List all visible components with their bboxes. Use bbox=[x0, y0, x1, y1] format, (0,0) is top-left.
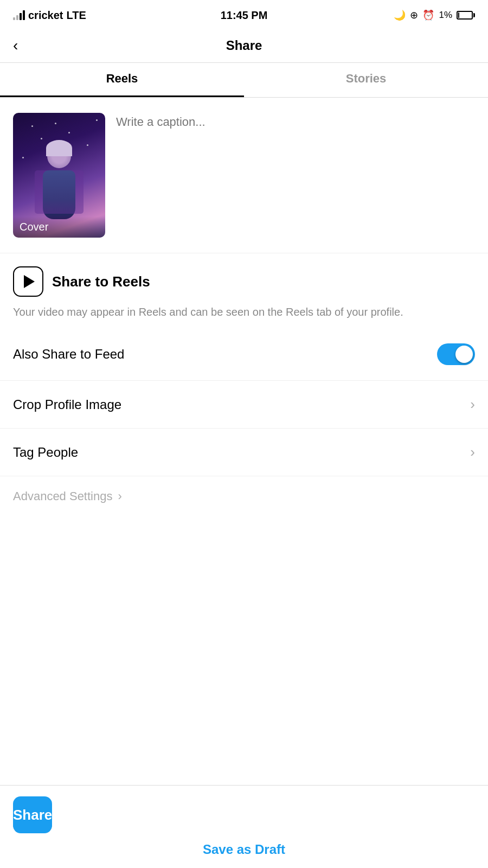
location-icon: ⊕ bbox=[410, 9, 418, 21]
share-button[interactable]: Share bbox=[13, 796, 52, 833]
crop-profile-row[interactable]: Crop Profile Image › bbox=[0, 381, 488, 429]
tab-reels[interactable]: Reels bbox=[0, 63, 244, 97]
bottom-area: Share Save as Draft bbox=[0, 785, 488, 868]
save-as-draft-button[interactable]: Save as Draft bbox=[0, 842, 488, 868]
tab-stories[interactable]: Stories bbox=[244, 63, 488, 97]
signal-icon bbox=[13, 10, 25, 20]
carrier-label: cricket bbox=[28, 9, 63, 22]
reels-description: Your video may appear in Reels and can b… bbox=[13, 304, 475, 320]
caption-input[interactable] bbox=[116, 113, 475, 238]
cover-image[interactable]: Cover bbox=[13, 113, 105, 238]
also-share-label: Also Share to Feed bbox=[13, 347, 124, 362]
elsa-body bbox=[43, 170, 75, 219]
status-left: cricket LTE bbox=[13, 9, 86, 22]
toggle-thumb bbox=[455, 346, 473, 363]
also-share-toggle[interactable] bbox=[437, 343, 475, 365]
play-icon bbox=[24, 275, 35, 288]
elsa-head bbox=[47, 144, 71, 168]
battery-icon bbox=[457, 11, 475, 20]
status-right: 🌙 ⊕ ⏰ 1% bbox=[394, 9, 475, 21]
content-area: Cover Share to Reels Your video may appe… bbox=[0, 98, 488, 792]
tag-people-label: Tag People bbox=[13, 445, 78, 460]
elsa-figure bbox=[35, 144, 84, 220]
tag-people-row[interactable]: Tag People › bbox=[0, 429, 488, 476]
tag-people-chevron: › bbox=[470, 444, 475, 461]
advanced-settings-row[interactable]: Advanced Settings › bbox=[0, 476, 488, 516]
status-time: 11:45 PM bbox=[221, 9, 268, 22]
elsa-cape bbox=[35, 170, 84, 214]
elsa-hair bbox=[46, 140, 72, 156]
crop-profile-chevron: › bbox=[470, 396, 475, 413]
advanced-settings-label: Advanced Settings bbox=[13, 489, 112, 503]
alarm-icon: ⏰ bbox=[422, 9, 434, 21]
toggle-track bbox=[437, 343, 475, 365]
back-button[interactable]: ‹ bbox=[13, 38, 18, 53]
reels-section: Share to Reels Your video may appear in … bbox=[0, 253, 488, 328]
moon-icon: 🌙 bbox=[394, 9, 406, 21]
reels-icon bbox=[13, 266, 43, 297]
caption-area: Cover bbox=[0, 98, 488, 253]
reels-title: Share to Reels bbox=[52, 273, 150, 290]
cover-label: Cover bbox=[13, 216, 105, 238]
header: ‹ Share bbox=[0, 28, 488, 63]
share-button-label: Share bbox=[13, 807, 52, 824]
page-title: Share bbox=[226, 38, 262, 53]
save-draft-label: Save as Draft bbox=[203, 842, 285, 857]
tab-bar: Reels Stories bbox=[0, 63, 488, 98]
reels-header: Share to Reels bbox=[13, 266, 475, 297]
advanced-settings-chevron: › bbox=[118, 489, 121, 503]
network-label: LTE bbox=[67, 9, 86, 22]
also-share-row: Also Share to Feed bbox=[0, 328, 488, 381]
status-bar: cricket LTE 11:45 PM 🌙 ⊕ ⏰ 1% bbox=[0, 0, 488, 28]
crop-profile-label: Crop Profile Image bbox=[13, 397, 121, 412]
battery-percent: 1% bbox=[439, 10, 452, 21]
